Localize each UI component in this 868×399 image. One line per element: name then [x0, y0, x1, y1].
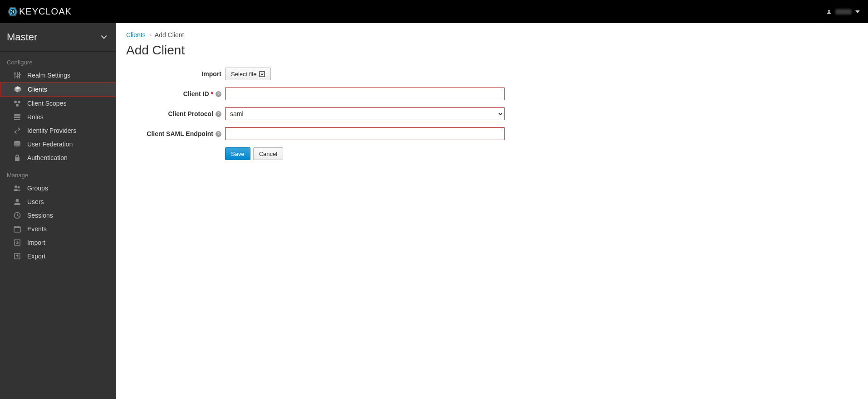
label-saml-endpoint: Client SAML Endpoint — [147, 130, 213, 137]
label-client-id: Client ID — [183, 90, 209, 97]
sidebar-item-label: Groups — [27, 185, 48, 192]
svg-rect-8 — [14, 73, 16, 74]
sidebar-item-events[interactable]: Events — [0, 222, 116, 236]
sidebar-item-label: Import — [27, 239, 45, 246]
user-menu[interactable] — [817, 0, 860, 23]
calendar-icon — [14, 225, 21, 233]
topbar: KEYCLOAK — [0, 0, 868, 23]
svg-point-24 — [16, 199, 19, 202]
sidebar-item-import[interactable]: Import — [0, 236, 116, 249]
realm-selector[interactable]: Master — [0, 23, 116, 52]
sliders-icon — [14, 72, 21, 79]
sidebar-item-export[interactable]: Export — [0, 249, 116, 263]
sidebar: Master Configure Realm Settings Clients … — [0, 23, 116, 399]
users-group-icon — [14, 185, 21, 192]
save-button[interactable]: Save — [225, 147, 250, 160]
svg-point-15 — [18, 101, 20, 103]
client-id-input[interactable] — [225, 88, 505, 100]
label-client-protocol: Client Protocol — [168, 110, 213, 117]
scopes-icon — [14, 100, 21, 107]
brand-logo[interactable]: KEYCLOAK — [7, 6, 72, 17]
client-protocol-select[interactable]: saml — [225, 107, 505, 120]
breadcrumb-separator-icon: › — [149, 32, 151, 38]
breadcrumb-link-clients[interactable]: Clients — [126, 31, 146, 39]
sidebar-item-label: Roles — [27, 113, 44, 121]
database-icon — [14, 141, 21, 148]
form-row-client-protocol: Client Protocol ? saml — [126, 107, 858, 120]
sidebar-section-manage: Manage — [0, 165, 116, 181]
page-title: Add Client — [126, 43, 858, 58]
svg-text:?: ? — [217, 112, 220, 116]
svg-rect-27 — [14, 227, 20, 228]
help-icon[interactable]: ? — [215, 111, 221, 117]
svg-point-16 — [16, 104, 19, 107]
saml-endpoint-input[interactable] — [225, 127, 505, 140]
clock-icon — [14, 212, 21, 219]
svg-point-3 — [828, 10, 830, 12]
sidebar-section-configure: Configure — [0, 52, 116, 68]
cancel-button[interactable]: Cancel — [253, 147, 283, 160]
keycloak-hex-icon — [7, 6, 18, 17]
sidebar-item-authentication[interactable]: Authentication — [0, 151, 116, 165]
svg-rect-28 — [15, 226, 16, 227]
select-file-button[interactable]: Select file — [225, 68, 271, 80]
sidebar-item-user-federation[interactable]: User Federation — [0, 137, 116, 151]
svg-rect-5 — [15, 72, 15, 78]
sidebar-item-label: User Federation — [27, 141, 73, 148]
label-import: Import — [201, 70, 221, 78]
breadcrumb-current: Add Client — [155, 31, 184, 39]
form-row-import: Import Select file — [126, 68, 858, 80]
exchange-icon — [14, 127, 21, 134]
svg-rect-21 — [15, 157, 20, 161]
sidebar-item-sessions[interactable]: Sessions — [0, 209, 116, 222]
lock-icon — [14, 154, 21, 161]
form-row-client-id: Client ID * ? — [126, 88, 858, 100]
sidebar-item-label: Realm Settings — [27, 72, 70, 79]
sidebar-item-groups[interactable]: Groups — [0, 181, 116, 195]
select-file-label: Select file — [231, 71, 256, 78]
import-file-icon — [259, 71, 265, 77]
form-row-saml-endpoint: Client SAML Endpoint ? — [126, 127, 858, 140]
form-row-actions: Save Cancel — [126, 147, 858, 160]
svg-text:?: ? — [217, 131, 220, 136]
sidebar-item-identity-providers[interactable]: Identity Providers — [0, 124, 116, 137]
svg-rect-29 — [18, 226, 19, 227]
user-name-redacted — [835, 9, 852, 15]
help-icon[interactable]: ? — [215, 91, 221, 97]
sidebar-item-label: Events — [27, 225, 47, 233]
sidebar-item-label: Clients — [28, 86, 47, 93]
svg-rect-6 — [17, 72, 18, 78]
svg-rect-17 — [14, 114, 20, 116]
sidebar-item-label: Sessions — [27, 212, 53, 219]
caret-down-icon — [855, 10, 860, 13]
sidebar-item-realm-settings[interactable]: Realm Settings — [0, 68, 116, 82]
sidebar-item-client-scopes[interactable]: Client Scopes — [0, 97, 116, 110]
svg-marker-4 — [855, 10, 860, 13]
import-icon — [14, 239, 21, 246]
realm-selector-label: Master — [7, 31, 37, 43]
svg-point-14 — [14, 101, 17, 103]
user-icon — [826, 9, 832, 15]
sidebar-item-label: Authentication — [27, 154, 68, 161]
svg-rect-10 — [18, 74, 21, 75]
svg-rect-18 — [14, 117, 20, 118]
breadcrumb: Clients › Add Client — [126, 31, 858, 39]
cube-icon — [14, 86, 21, 93]
chevron-down-icon — [101, 35, 107, 39]
sidebar-item-label: Identity Providers — [27, 127, 76, 134]
sidebar-item-label: Client Scopes — [27, 100, 66, 107]
list-icon — [14, 113, 21, 121]
export-icon — [14, 253, 21, 260]
help-icon[interactable]: ? — [215, 131, 221, 137]
sidebar-item-label: Users — [27, 198, 44, 205]
sidebar-item-roles[interactable]: Roles — [0, 110, 116, 124]
sidebar-item-label: Export — [27, 253, 45, 260]
user-icon — [14, 198, 21, 205]
required-asterisk: * — [211, 90, 213, 97]
svg-rect-9 — [16, 76, 19, 77]
svg-rect-19 — [14, 119, 20, 120]
sidebar-item-users[interactable]: Users — [0, 195, 116, 209]
sidebar-item-clients[interactable]: Clients — [0, 82, 116, 97]
svg-text:?: ? — [217, 92, 220, 96]
brand-name: KEYCLOAK — [19, 6, 72, 17]
